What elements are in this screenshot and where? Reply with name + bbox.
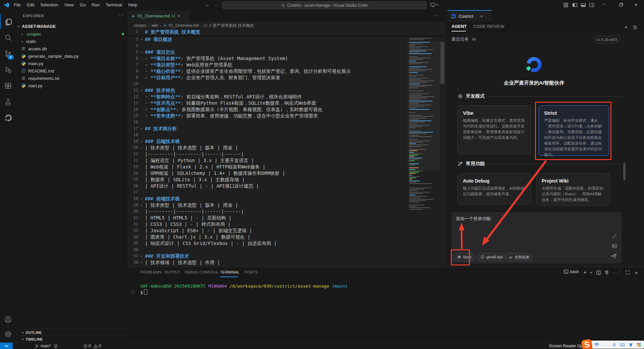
file-item-assets.db[interactable]: assets.db bbox=[16, 45, 127, 52]
code-line-16[interactable]: 16 bbox=[127, 119, 408, 126]
ime-toolbar[interactable]: 中 ，。 bbox=[591, 341, 644, 349]
code-line-7[interactable]: 7- **项目类型**: Web应用资产管理系统 bbox=[127, 62, 408, 68]
menu-run[interactable]: Run bbox=[89, 0, 103, 10]
approve-all-button[interactable]: 全部批准 bbox=[505, 253, 533, 261]
activity-item-testing[interactable] bbox=[0, 95, 16, 109]
nav-forward-icon[interactable]: → bbox=[214, 2, 219, 7]
code-line-35[interactable]: 35| 响应式设计 | CSS Grid/Flexbox | - | 自适应布局… bbox=[127, 240, 408, 247]
activity-item-accounts[interactable] bbox=[0, 312, 16, 327]
remote-indicator[interactable]: >< bbox=[0, 343, 13, 349]
code-line-3[interactable]: 3›## 项目概述 bbox=[127, 36, 408, 43]
code-line-9[interactable]: 9- **目标用户**: 企业资产管理人员、财务部门、管理层决策者 bbox=[127, 74, 408, 81]
fold-chevron-icon[interactable]: › bbox=[139, 140, 145, 144]
keyboard-icon[interactable] bbox=[620, 342, 625, 347]
code-line-34[interactable]: 34| 图表库 | Chart.js | 3.x | 数据可视化 | bbox=[127, 234, 408, 240]
activity-item-costrict[interactable] bbox=[0, 111, 16, 126]
file-item-requirements.txt[interactable]: requirements.txt bbox=[16, 74, 127, 82]
toggle-panel-icon[interactable] bbox=[581, 2, 586, 8]
code-line-13[interactable]: 13- **技术亮点**: 轻量级Python Flask框架，SQLite数据… bbox=[127, 100, 408, 106]
activity-item-search[interactable] bbox=[0, 30, 16, 45]
costrict-tab[interactable]: Costrict × bbox=[447, 10, 492, 22]
send-icon[interactable] bbox=[611, 253, 617, 259]
file-item-README.md[interactable]: README.md bbox=[16, 67, 127, 74]
code-editor-content[interactable]: 3›## 项目概述45›### 项目定位6- **项目名称**: 资产管理系统 … bbox=[127, 36, 408, 267]
feature-card-auto-debug[interactable]: Auto Debug输入问题日志或故障描述，AI协助定位问题根源，提供修复方案。 bbox=[458, 173, 531, 204]
ime-toolbox-icon[interactable] bbox=[637, 343, 641, 347]
panel-tab-debug-console[interactable]: DEBUG CONSOLE bbox=[184, 270, 218, 274]
sync-icon[interactable] bbox=[54, 344, 58, 348]
code-line-31[interactable]: 31| HTML5 | HTML5 | - | 页面结构 | bbox=[127, 215, 408, 221]
fold-chevron-icon[interactable]: › bbox=[139, 146, 145, 150]
maximize-panel-icon[interactable] bbox=[625, 269, 631, 276]
terminal-content[interactable]: SXF-Admin@SK-20250928DKTC MINGW64 /d/wor… bbox=[140, 283, 347, 296]
costrict-tab-close-icon[interactable]: × bbox=[480, 14, 483, 19]
panel-scrollbar-thumb[interactable] bbox=[623, 163, 626, 180]
nav-back-icon[interactable]: ← bbox=[205, 2, 210, 7]
fold-chevron-icon[interactable]: › bbox=[139, 50, 145, 54]
editor-scrollbar[interactable] bbox=[440, 29, 445, 267]
activity-item-explorer[interactable] bbox=[0, 14, 17, 29]
code-line-19[interactable]: 19›### 后端技术栈 bbox=[127, 138, 408, 145]
sticky-scroll-line[interactable]: 1 # 资产管理系统 技术概览 bbox=[127, 29, 445, 36]
fold-chevron-icon[interactable]: › bbox=[139, 197, 145, 201]
activity-item-settings[interactable] bbox=[0, 327, 16, 342]
window-close-button[interactable]: × bbox=[635, 2, 638, 7]
code-line-37[interactable]: 37›### 开发和部署技术 bbox=[127, 253, 408, 259]
ime-lang-toggle[interactable]: 中 bbox=[594, 342, 599, 348]
code-line-23[interactable]: 23| Web框架 | Flask | 2.x | HTTP框架和Web服务 | bbox=[127, 164, 408, 170]
code-line-29[interactable]: 29›| 技术类型 | 技术选型 | 版本 | 用途 | bbox=[127, 202, 408, 208]
ime-punctuation-toggle[interactable]: ，。 bbox=[602, 343, 608, 347]
eye-icon[interactable] bbox=[472, 37, 476, 42]
git-branch-item[interactable]: main* bbox=[35, 343, 58, 349]
code-line-38[interactable]: 38›| 技术领域 | 技术选型 | 作用 | bbox=[127, 259, 408, 266]
new-terminal-icon[interactable]: + bbox=[582, 269, 588, 276]
menu-file[interactable]: File bbox=[11, 0, 24, 10]
recent-tasks[interactable]: 最近任务 bbox=[451, 36, 476, 42]
code-line-25[interactable]: 25| 数据库 | SQLite | 3.x | 主数据存储 | bbox=[127, 177, 408, 183]
fold-chevron-icon[interactable]: › bbox=[139, 89, 145, 93]
code-line-24[interactable]: 24| ORM框架 | SQLAlchemy | 1.4+ | 数据库操作和OR… bbox=[127, 170, 408, 177]
close-panel-icon[interactable]: × bbox=[633, 269, 639, 276]
costrict-nav-tab-agent[interactable]: AGENT bbox=[451, 24, 467, 29]
chat-input-box[interactable]: 添加一个登录功能 Strict glm45-fp8 全部批准 bbox=[451, 212, 622, 263]
code-line-26[interactable]: 26| API设计 | RESTful | - | API接口设计规范 | bbox=[127, 183, 408, 189]
menu-selection[interactable]: Selection bbox=[37, 0, 61, 10]
code-line-5[interactable]: 5›### 项目定位 bbox=[127, 49, 408, 55]
model-selector-button[interactable]: glm45-fp8 bbox=[477, 253, 506, 261]
menu-help[interactable]: Help bbox=[125, 0, 140, 10]
code-line-18[interactable]: 18 bbox=[127, 132, 408, 138]
file-item-.cospec[interactable]: ›.cospec bbox=[16, 30, 127, 38]
file-item-generate-sample-data.py[interactable]: generate_sample_data.py bbox=[16, 52, 127, 60]
breadcrumb-item[interactable]: # 资产管理系统 技术概览 bbox=[209, 23, 254, 29]
timeline-section[interactable]: › TIMELINE bbox=[16, 336, 127, 342]
tab-close-icon[interactable]: × bbox=[178, 13, 180, 18]
remote-window-dropdown-icon[interactable] bbox=[430, 2, 439, 7]
terminal-shell-item[interactable]: bash bbox=[564, 269, 579, 274]
enhance-prompt-wand-icon[interactable] bbox=[611, 233, 618, 239]
window-restore-button[interactable] bbox=[619, 2, 624, 7]
attach-image-icon[interactable] bbox=[611, 243, 618, 249]
editor-more-actions-icon[interactable]: ··· bbox=[433, 13, 438, 18]
menu-go[interactable]: Go bbox=[77, 0, 89, 10]
panel-tab-problems[interactable]: PROBLEMS bbox=[140, 270, 162, 274]
code-line-30[interactable]: 30|---------|---------|------|------| bbox=[127, 208, 408, 215]
mode-card-vibe[interactable]: Vibe氛围编程，轻量交互模式，需求澄清与代码生成交替进行。适配快速开发或简单任… bbox=[458, 105, 531, 154]
sogou-ime-logo[interactable]: S bbox=[581, 339, 593, 349]
explorer-more-actions-icon[interactable]: ··· bbox=[119, 12, 124, 17]
breadcrumb-item[interactable]: wiki bbox=[152, 23, 158, 28]
menu-view[interactable]: View bbox=[61, 0, 77, 10]
code-line-10[interactable]: 10 bbox=[127, 81, 408, 87]
window-minimize-button[interactable]: – bbox=[602, 1, 605, 6]
costrict-nav-tab-code-review[interactable]: CODE REVIEW bbox=[473, 24, 504, 29]
activity-item-source-control[interactable]: 9 bbox=[0, 46, 16, 61]
chat-input-text[interactable]: 添加一个登录功能 bbox=[456, 216, 491, 222]
feature-card-project-wiki[interactable]: Project Wiki大模型生成「适配AI读取」的项目知识库与规则（Rules… bbox=[536, 173, 610, 206]
panel-tab-output[interactable]: OUTPUT bbox=[165, 270, 180, 274]
activity-item-extensions[interactable] bbox=[0, 79, 16, 93]
fold-chevron-icon[interactable]: › bbox=[139, 38, 145, 42]
split-terminal-icon[interactable] bbox=[595, 269, 601, 276]
code-line-11[interactable]: 11›### 技术特色 bbox=[127, 87, 408, 94]
command-center-search[interactable]: Costrict - asset-manage - Visual Studio … bbox=[222, 1, 427, 9]
fold-chevron-icon[interactable]: › bbox=[139, 203, 145, 207]
menu-edit[interactable]: Edit bbox=[24, 0, 37, 10]
